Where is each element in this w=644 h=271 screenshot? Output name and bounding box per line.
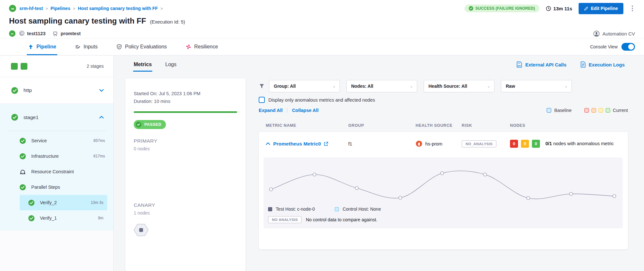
- chevron-down-icon[interactable]: [99, 89, 104, 92]
- tab-logs[interactable]: Logs: [165, 55, 177, 74]
- tab-policy-evaluations[interactable]: Policy Evaluations: [116, 38, 167, 55]
- triggered-by-user: Automation CV: [593, 31, 635, 37]
- step-item-resource-constraint[interactable]: Resource Constraint: [0, 164, 113, 179]
- clock-icon: [546, 6, 551, 11]
- tab-inputs[interactable]: Inputs: [75, 38, 98, 55]
- metrics-table-header: METRIC NAME GROUP HEALTH SOURCE RISK NOD…: [259, 123, 628, 128]
- check-icon: [136, 122, 141, 127]
- risk-green-swatch: [606, 108, 610, 113]
- pipeline-status-icon: ∞: [9, 30, 15, 37]
- host-legend: Test Host: c-node-0 Control Host: None: [264, 206, 623, 212]
- breadcrumb-link-pipelines[interactable]: Pipelines: [51, 6, 70, 11]
- inputs-icon: [75, 44, 81, 50]
- success-check-icon: [11, 87, 18, 94]
- health-source-filter-dropdown[interactable]: Health Source: All ⌄: [424, 80, 495, 92]
- execution-tabbar: Pipeline Inputs Policy Evaluations Resil…: [0, 38, 644, 55]
- canary-label: CANARY: [134, 202, 237, 208]
- baseline-label: Baseline: [554, 108, 572, 113]
- step-duration: 9m: [98, 216, 103, 220]
- nodes-filter-dropdown[interactable]: Nodes: All ⌄: [346, 80, 417, 92]
- column-header-group: GROUP: [348, 123, 416, 128]
- control-host-label: Control Host: None: [342, 206, 381, 212]
- anomalous-only-checkbox[interactable]: [259, 97, 265, 103]
- api-document-icon: API: [516, 61, 522, 68]
- chevron-down-icon: ⌄: [332, 84, 336, 88]
- success-check-icon: [19, 137, 26, 144]
- filter-icon: [259, 83, 265, 89]
- table-row: Prometheus Metric0 f1 hs-prom NO_ANALYSI…: [259, 132, 628, 148]
- breadcrumb-separator: >: [45, 6, 48, 11]
- step-item-infrastructure[interactable]: Infrastructure 617ms: [0, 148, 113, 164]
- prometheus-icon: [416, 140, 422, 147]
- risk-orange-swatch: [591, 108, 596, 113]
- external-link-icon[interactable]: [324, 142, 328, 146]
- collapse-row-chevron-icon[interactable]: [266, 142, 270, 145]
- app-window: ∞ srm-hf-test > Pipelines > Host samplin…: [0, 0, 644, 271]
- no-analysis-message: No control data to compare against.: [306, 217, 377, 222]
- step-item-verify-2[interactable]: Verify_2 13m 3s: [20, 195, 107, 210]
- risk-yellow-swatch: [599, 108, 603, 113]
- no-analysis-badge: NO ANALYSIS: [268, 216, 302, 223]
- metric-sparkline[interactable]: [264, 157, 623, 206]
- expand-all-link[interactable]: Expand All: [259, 108, 283, 113]
- console-view-toggle[interactable]: [621, 43, 635, 51]
- sidebar-filler: [0, 230, 113, 271]
- metrics-content: Group: All ⌄ Nodes: All ⌄ Health Source:…: [259, 78, 628, 271]
- step-item-parallel-steps[interactable]: Parallel Steps: [0, 179, 113, 195]
- progress-bar: [134, 111, 237, 113]
- current-label: Current: [613, 108, 628, 113]
- tab-pipeline[interactable]: Pipeline: [28, 38, 56, 55]
- red-node-count: 0: [510, 140, 518, 148]
- more-options-icon[interactable]: [630, 4, 635, 13]
- column-header-metric-name: METRIC NAME: [266, 123, 348, 128]
- view-mode-dropdown[interactable]: Raw ⌄: [501, 80, 572, 92]
- environment-meta: promtest: [53, 31, 81, 36]
- metric-chart-panel: Test Host: c-node-0 Control Host: None N…: [264, 157, 623, 228]
- check-icon: [469, 6, 473, 11]
- chevron-up-icon[interactable]: [99, 116, 104, 119]
- step-item-service[interactable]: Service 857ms: [0, 133, 113, 148]
- gear-icon[interactable]: [19, 31, 24, 36]
- step-duration: 13m 3s: [91, 200, 103, 205]
- environment-name[interactable]: promtest: [61, 31, 81, 36]
- breadcrumb-separator: >: [73, 6, 75, 11]
- pipeline-icon: [28, 44, 34, 50]
- passed-status-badge: PASSED: [134, 120, 166, 129]
- chart-color-legend: Baseline Current: [547, 108, 628, 113]
- breadcrumb-link-pipeline-name[interactable]: Host sampling canary testing with FF: [78, 6, 158, 11]
- stage-item-http[interactable]: http: [0, 77, 113, 104]
- test-host-swatch: [268, 207, 272, 211]
- stage-success-square[interactable]: [11, 63, 18, 70]
- execution-logs-link[interactable]: Execution Logs: [581, 61, 625, 68]
- document-icon: [581, 61, 586, 68]
- verification-duration: Duration: 10 mins: [134, 98, 237, 105]
- started-on: Started On: Jul 5, 2023 1:06 PM: [134, 90, 237, 98]
- green-node-count: 0: [532, 140, 540, 148]
- stage-success-square[interactable]: [21, 63, 27, 70]
- canary-node-hexagon[interactable]: [134, 223, 149, 237]
- group-filter-dropdown[interactable]: Group: All ⌄: [269, 80, 340, 92]
- column-header-health-source: HEALTH SOURCE: [416, 123, 462, 128]
- risk-badge: NO_ANALYSIS: [462, 140, 496, 147]
- edit-pipeline-button[interactable]: Edit Pipeline: [579, 3, 623, 14]
- external-api-calls-link[interactable]: API External API Calls: [516, 61, 566, 68]
- success-check-icon: [19, 184, 26, 191]
- tab-metrics[interactable]: Metrics: [134, 55, 152, 74]
- health-source-value: hs-prom: [416, 140, 462, 147]
- execution-id: (Execution Id: 5): [150, 19, 185, 25]
- step-item-verify-1[interactable]: Verify_1 9m: [20, 210, 107, 226]
- console-view-label: Console View: [590, 44, 618, 49]
- risk-red-swatch: [584, 108, 589, 113]
- metric-row-card: Prometheus Metric0 f1 hs-prom NO_ANALYSI…: [259, 132, 628, 249]
- stage-item-stage1[interactable]: stage1: [0, 104, 113, 131]
- metric-name-link[interactable]: Prometheus Metric0: [273, 141, 321, 147]
- service-name[interactable]: test1123: [27, 31, 45, 36]
- breadcrumb-link-project[interactable]: srm-hf-test: [19, 6, 43, 11]
- details-tabbar: Metrics Logs API External API Calls Exec…: [114, 55, 644, 74]
- stage-overview: 2 stages: [0, 55, 113, 77]
- metric-group-value: f1: [348, 141, 416, 146]
- primary-label: PRIMARY: [134, 138, 237, 144]
- verification-summary-card: Started On: Jul 5, 2023 1:06 PM Duration…: [125, 78, 245, 271]
- collapse-all-link[interactable]: Collapse All: [292, 108, 318, 113]
- tab-resilience[interactable]: Resilience: [186, 38, 218, 55]
